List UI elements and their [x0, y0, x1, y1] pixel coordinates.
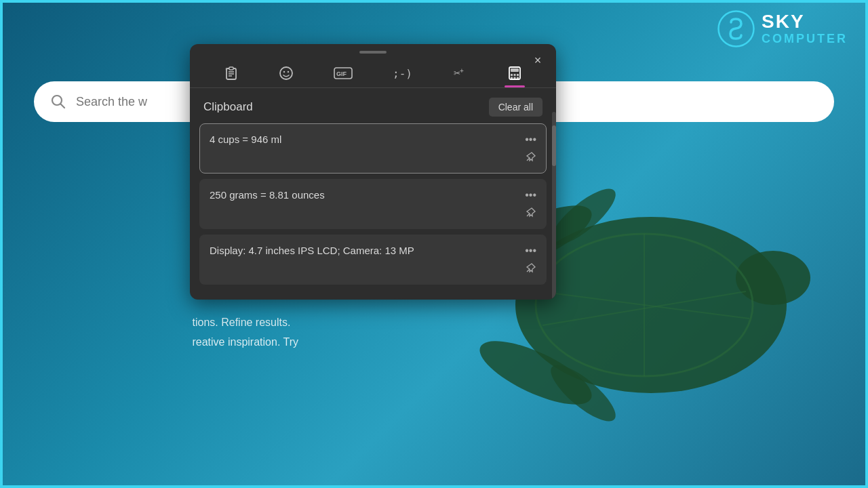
- logo-text: SKY COMPUTER: [762, 12, 848, 46]
- logo-area: SKY COMPUTER: [717, 10, 848, 47]
- clip-item-2-pin[interactable]: [526, 207, 536, 220]
- hint-text: tions. Refine results. reative inspirati…: [192, 313, 298, 352]
- clip-item-1-more[interactable]: •••: [525, 134, 536, 146]
- clip-item-3-text: Display: 4.7 inches IPS LCD; Camera: 13 …: [210, 245, 414, 256]
- svg-point-19: [283, 71, 285, 73]
- tab-kaomoji[interactable]: ;-): [384, 63, 420, 87]
- svg-point-1: [736, 251, 810, 305]
- svg-text:GIF: GIF: [336, 70, 347, 77]
- clipboard-item-1[interactable]: 4 cups = 946 ml •••: [199, 123, 547, 174]
- clipboard-item-3[interactable]: Display: 4.7 inches IPS LCD; Camera: 13 …: [199, 235, 547, 285]
- tab-clipboard[interactable]: [216, 62, 247, 87]
- svg-rect-27: [511, 74, 513, 76]
- clip-item-3-more[interactable]: •••: [525, 245, 536, 257]
- svg-point-20: [288, 71, 289, 73]
- hint-line-2: reative inspiration. Try: [192, 333, 298, 352]
- svg-line-12: [61, 104, 65, 108]
- tab-emoji[interactable]: [271, 62, 302, 87]
- svg-rect-28: [514, 74, 516, 76]
- clip-item-2-text: 250 grams = 8.81 ounces: [210, 189, 325, 201]
- svg-text:+: +: [460, 67, 464, 75]
- svg-point-18: [280, 67, 292, 79]
- clipboard-header: Clipboard Clear all: [190, 88, 556, 123]
- panel-scrollbar[interactable]: [552, 112, 556, 300]
- hint-line-1: tions. Refine results.: [192, 313, 298, 333]
- svg-rect-26: [511, 68, 519, 72]
- tab-bar: GIF ;-) ✂ +: [190, 58, 556, 88]
- drag-handle[interactable]: [190, 44, 556, 58]
- logo-computer-label: COMPUTER: [762, 33, 848, 46]
- clip-item-2-more[interactable]: •••: [525, 189, 536, 201]
- clipboard-title: Clipboard: [203, 100, 253, 114]
- clipboard-item-2[interactable]: 250 grams = 8.81 ounces •••: [199, 179, 547, 229]
- clip-item-1-text: 4 cups = 946 ml: [210, 134, 281, 145]
- clear-all-button[interactable]: Clear all: [489, 98, 542, 117]
- clipboard-panel: × GIF: [190, 44, 556, 300]
- clipboard-content: 4 cups = 946 ml ••• 250 grams = 8.81 oun…: [190, 123, 556, 300]
- svg-rect-29: [517, 74, 519, 76]
- svg-rect-31: [514, 77, 516, 79]
- tab-symbols[interactable]: ✂ +: [444, 62, 475, 87]
- drag-handle-bar: [359, 51, 387, 54]
- svg-rect-30: [511, 77, 513, 79]
- tab-calculator[interactable]: [499, 62, 530, 87]
- logo-icon: [717, 10, 755, 47]
- scrollbar-thumb: [552, 125, 556, 166]
- svg-rect-14: [229, 67, 233, 70]
- search-icon: [47, 91, 69, 113]
- svg-rect-32: [517, 77, 519, 79]
- close-button[interactable]: ×: [530, 52, 546, 68]
- clip-item-3-pin[interactable]: [526, 262, 536, 276]
- logo-sky-label: SKY: [762, 12, 848, 33]
- clip-item-1-pin[interactable]: [526, 151, 536, 165]
- tab-gif[interactable]: GIF: [326, 63, 361, 86]
